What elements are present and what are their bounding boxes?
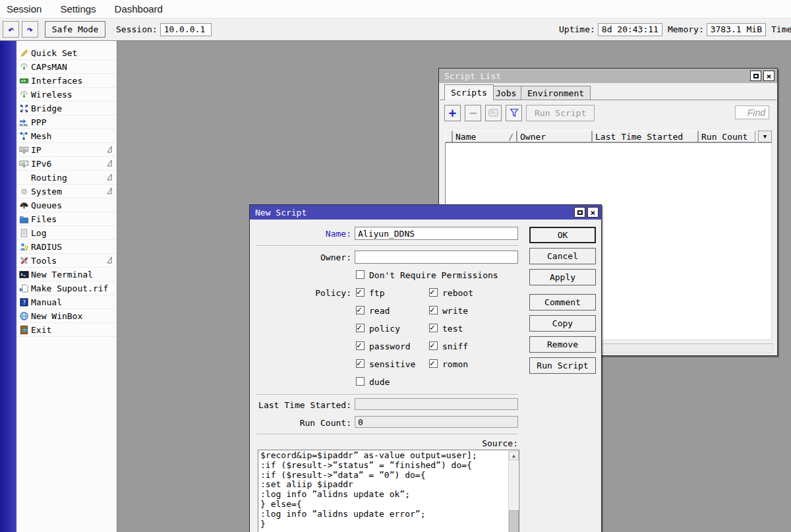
column-header-name[interactable]: Name / [452,131,517,142]
sidebar-item-quick-set[interactable]: Quick Set [16,46,117,60]
sidebar-item-ipv6[interactable]: v6 IPv6 [16,157,117,171]
ok-button[interactable]: OK [529,227,596,243]
owner-label: Owner: [255,252,351,262]
column-chooser-button[interactable]: ▼ [758,131,772,142]
sidebar-item-files[interactable]: Files [16,212,117,226]
comment-script-button[interactable] [485,105,502,121]
script-list-titlebar[interactable]: Script List × [439,69,777,83]
sidebar-item-mesh[interactable]: Mesh [16,129,117,143]
maximize-button[interactable] [750,71,761,81]
close-button[interactable]: × [587,207,599,218]
sidebar-item-log[interactable]: Log [16,226,117,240]
policy-checkbox-password[interactable] [356,341,365,350]
sidebar-item-label: System [31,187,62,196]
sidebar-item-label: CAPsMAN [31,62,67,72]
chevron-down-icon: ▼ [763,133,767,140]
apply-button[interactable]: Apply [529,269,596,285]
sidebar-item-interfaces[interactable]: Interfaces [16,74,117,88]
find-input[interactable]: Find [735,105,769,119]
name-field[interactable]: Aliyun_DDNS [355,227,518,240]
sidebar-item-manual[interactable]: ? Manual [16,295,117,309]
session-address-field[interactable]: 10.0.0.1 [160,23,212,36]
policy-checkbox-sensitive[interactable] [356,359,365,368]
policy-checkbox-label: ftp [369,288,384,298]
policy-checkbox-sniff[interactable] [429,341,438,350]
sidebar-item-new-terminal[interactable]: New Terminal [16,268,117,281]
maximize-icon [577,210,583,215]
owner-field[interactable] [355,251,518,264]
tab-jobs[interactable]: Jobs [489,86,523,100]
menu-dashboard[interactable]: Dashboard [115,3,163,15]
sidebar-item-ppp[interactable]: PPP [16,115,117,129]
policy-checkbox-romon[interactable] [429,359,438,368]
sidebar-item-system[interactable]: ⚙ System [16,185,117,198]
comment-button[interactable]: Comment [529,294,596,310]
folder-icon [18,214,30,224]
sidebar-item-routing[interactable]: Routing [16,171,117,185]
sidebar-item-new-winbox[interactable]: New WinBox [16,309,117,323]
sidebar-item-label: Routing [31,173,67,183]
sidebar-item-capsman[interactable]: CAPsMAN [16,60,117,74]
add-script-button[interactable]: + [444,105,461,121]
sidebar-item-exit[interactable]: Exit [16,323,117,337]
sidebar-item-wireless[interactable]: Wireless [16,88,117,102]
close-button[interactable]: × [763,71,775,81]
column-header-run-count[interactable]: Run Count [698,131,755,142]
menu-settings[interactable]: Settings [60,3,96,15]
remove-script-button[interactable]: — [465,105,481,121]
run-script-button[interactable]: Run Script [529,357,596,374]
user-key-icon [18,241,30,252]
filter-funnel-icon [510,108,519,117]
undo-button[interactable]: ↶ [3,21,19,38]
new-script-titlebar[interactable]: New Script × [250,205,601,220]
bridge-arrows-icon [18,103,30,113]
minus-icon: — [469,107,476,119]
policy-label: Policy: [255,288,351,298]
policy-checkbox-label: write [442,306,468,316]
column-header-owner[interactable]: Owner [517,131,592,142]
policy-checkbox-label: policy [369,324,400,334]
scrollbar-thumb[interactable] [509,510,519,532]
source-label: Source: [355,438,518,448]
script-list-title: Script List [444,71,501,81]
scroll-up-button[interactable]: ▲ [509,451,519,460]
remove-button[interactable]: Remove [529,336,596,353]
policy-checkbox-ftp[interactable] [356,288,365,297]
maximize-button[interactable] [574,207,585,218]
sidebar-item-bridge[interactable]: Bridge [16,102,117,115]
tab-label: Jobs [496,88,516,98]
policy-checkbox-write[interactable] [429,306,438,314]
cancel-button[interactable]: Cancel [529,248,596,264]
capsman-antenna-icon [18,61,30,72]
column-header-last-time-started[interactable]: Last Time Started [592,131,698,142]
run-count-field: 0 [355,416,518,428]
source-scrollbar[interactable]: ▲ [508,451,518,532]
policy-checkbox-reboot[interactable] [429,288,438,297]
sidebar-item-label: Interfaces [31,76,82,86]
policy-checkbox-dude[interactable] [356,377,365,386]
sidebar-item-label: New WinBox [31,311,82,321]
sidebar-item-ip[interactable]: 255 IP [16,143,117,157]
submenu-arrow-icon [106,159,113,169]
tab-environment[interactable]: Environment [521,86,591,100]
policy-checkbox-label: dude [369,377,390,387]
copy-button[interactable]: Copy [529,315,596,332]
tab-scripts[interactable]: Scripts [444,84,494,100]
redo-button[interactable]: ↷ [22,21,38,38]
menu-session[interactable]: Session [7,3,42,15]
sidebar-item-tools[interactable]: Tools [16,254,117,268]
run-script-button-toolbar[interactable]: Run Script [526,105,595,121]
safe-mode-button[interactable]: Safe Mode [45,21,105,38]
policy-checkbox-policy[interactable] [356,324,365,332]
dont-require-permissions-checkbox[interactable] [356,270,365,279]
policy-checkbox-label: password [369,341,411,351]
sidebar-menu: Quick Set CAPsMAN Interfaces Wireless Br… [16,41,117,532]
filter-button[interactable] [506,105,522,121]
policy-checkbox-read[interactable] [356,306,365,314]
sidebar-item-queues[interactable]: Queues [16,198,117,212]
sidebar-item-radius[interactable]: RADIUS [16,240,117,254]
sidebar-item-make-supout[interactable]: Make Supout.rif [16,281,117,295]
source-editor[interactable]: $record&ip=$ipaddr” as-value output=user… [258,450,519,532]
policy-checkbox-test[interactable] [429,324,438,332]
sidebar-item-label: Log [31,228,46,238]
